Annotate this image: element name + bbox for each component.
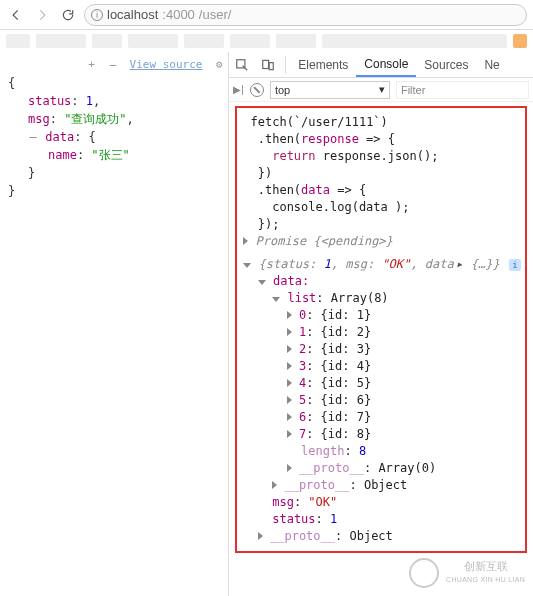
- gear-icon[interactable]: ⚙: [209, 58, 222, 71]
- json-body: { status: 1, msg: "查询成功", – data: { name…: [0, 52, 228, 208]
- reload-button[interactable]: [58, 5, 78, 25]
- obj-proto: __proto__: [299, 461, 364, 475]
- collapse-icon[interactable]: –: [28, 128, 38, 146]
- json-val-status: 1: [86, 94, 93, 108]
- obj-data: data:: [273, 274, 309, 288]
- expand-arrow-icon[interactable]: [287, 379, 292, 387]
- url-path: /user/: [199, 7, 232, 22]
- expand-arrow-icon[interactable]: [287, 328, 292, 336]
- tab-elements[interactable]: Elements: [290, 52, 356, 77]
- expand-arrow-icon[interactable]: [287, 396, 292, 404]
- list-item: 3: {id: 4}: [243, 358, 521, 375]
- info-icon[interactable]: i: [509, 259, 521, 271]
- site-info-icon[interactable]: i: [91, 9, 103, 21]
- code-param: data: [301, 183, 330, 197]
- expand-arrow-icon[interactable]: [272, 481, 277, 489]
- sidebar-toggle-icon[interactable]: ▶|: [233, 84, 244, 95]
- filter-input[interactable]: Filter: [396, 81, 529, 99]
- expand-arrow-icon[interactable]: [287, 430, 292, 438]
- code-param: response: [301, 132, 359, 146]
- obj-proto: __proto__: [284, 478, 349, 492]
- clear-console-icon[interactable]: [250, 83, 264, 97]
- obj-summary: , data: [410, 257, 453, 271]
- list-item: 7: {id: 8}: [243, 426, 521, 443]
- json-viewer-pane: + – View source ⚙ { status: 1, msg: "查询成…: [0, 52, 229, 596]
- chevron-down-icon: ▾: [379, 83, 385, 96]
- device-icon[interactable]: [255, 58, 281, 72]
- promise-line: Promise {<pending>}: [256, 234, 393, 248]
- json-val-msg: "查询成功": [64, 112, 126, 126]
- code-line: .then(: [243, 183, 301, 197]
- list-item: 0: {id: 1}: [243, 307, 521, 324]
- back-button[interactable]: [6, 5, 26, 25]
- obj-status-key: status: [272, 512, 315, 526]
- url-host: localhost: [107, 7, 158, 22]
- code-line: });: [243, 216, 521, 233]
- expand-arrow-icon[interactable]: [258, 532, 263, 540]
- devtools-pane: Elements Console Sources Ne ▶| top ▾ Fil…: [229, 52, 533, 596]
- watermark-line2: CHUANG XIN HU LIAN: [446, 573, 525, 586]
- tab-sources[interactable]: Sources: [416, 52, 476, 77]
- list-item: 4: {id: 5}: [243, 375, 521, 392]
- obj-summary: "OK": [381, 257, 410, 271]
- code-line: }): [243, 165, 521, 182]
- obj-proto-val: Object: [364, 478, 407, 492]
- console-output: fetch(`/user/1111`) .then(response => { …: [235, 106, 527, 553]
- devtools-tabs: Elements Console Sources Ne: [229, 52, 533, 78]
- tab-console[interactable]: Console: [356, 52, 416, 77]
- expand-arrow-icon[interactable]: [287, 413, 292, 421]
- obj-list-type: Array(8): [331, 291, 389, 305]
- context-value: top: [275, 84, 290, 96]
- view-source-link[interactable]: View source: [130, 58, 203, 71]
- obj-msg-key: msg: [272, 495, 294, 509]
- code-line: => {: [330, 183, 366, 197]
- json-key-msg: msg: [28, 112, 50, 126]
- filter-placeholder: Filter: [401, 84, 425, 96]
- obj-summary: {…}}: [464, 257, 500, 271]
- list-item: 1: {id: 2}: [243, 324, 521, 341]
- context-selector[interactable]: top ▾: [270, 81, 390, 99]
- watermark-line1: 创新互联: [446, 560, 525, 573]
- viewsource-bar: + – View source ⚙: [86, 56, 222, 74]
- obj-summary: , msg:: [331, 257, 382, 271]
- expand-arrow-icon[interactable]: [287, 345, 292, 353]
- obj-length-key: length: [301, 444, 344, 458]
- list-item: 2: {id: 3}: [243, 341, 521, 358]
- url-port: :4000: [162, 7, 195, 22]
- bookmark-bar: [0, 30, 533, 52]
- inspect-icon[interactable]: [229, 58, 255, 72]
- list-item: 6: {id: 7}: [243, 409, 521, 426]
- obj-summary: {status:: [259, 257, 324, 271]
- obj-summary: 1: [324, 257, 331, 271]
- json-key-name: name: [48, 148, 77, 162]
- json-key-data: data: [45, 130, 74, 144]
- tab-next[interactable]: Ne: [476, 52, 507, 77]
- main-split: + – View source ⚙ { status: 1, msg: "查询成…: [0, 52, 533, 596]
- obj-length-val: 8: [359, 444, 366, 458]
- obj-proto-val: Object: [349, 529, 392, 543]
- svg-rect-2: [269, 62, 273, 69]
- console-controls: ▶| top ▾ Filter: [229, 78, 533, 102]
- expand-arrow-icon[interactable]: [287, 362, 292, 370]
- svg-rect-1: [263, 60, 269, 68]
- expand-icon[interactable]: +: [86, 56, 96, 74]
- watermark: 创新互联 CHUANG XIN HU LIAN: [409, 558, 525, 588]
- expand-arrow-icon[interactable]: [243, 263, 251, 268]
- json-val-name: "张三": [91, 148, 129, 162]
- expand-arrow-icon[interactable]: [272, 297, 280, 302]
- code-line: response.json();: [323, 149, 439, 163]
- obj-list-key: list: [287, 291, 316, 305]
- watermark-logo-icon: [409, 558, 439, 588]
- list-item: 5: {id: 6}: [243, 392, 521, 409]
- expand-arrow-icon[interactable]: [243, 237, 248, 245]
- obj-proto-val: Array(0): [378, 461, 436, 475]
- obj-msg-val: "OK": [308, 495, 337, 509]
- address-bar[interactable]: i localhost:4000/user/: [84, 4, 527, 26]
- expand-arrow-icon[interactable]: [287, 311, 292, 319]
- expand-arrow-icon[interactable]: [258, 280, 266, 285]
- code-line: .then(: [243, 132, 301, 146]
- expand-arrow-icon[interactable]: [287, 464, 292, 472]
- forward-button[interactable]: [32, 5, 52, 25]
- browser-toolbar: i localhost:4000/user/: [0, 0, 533, 30]
- obj-status-val: 1: [330, 512, 337, 526]
